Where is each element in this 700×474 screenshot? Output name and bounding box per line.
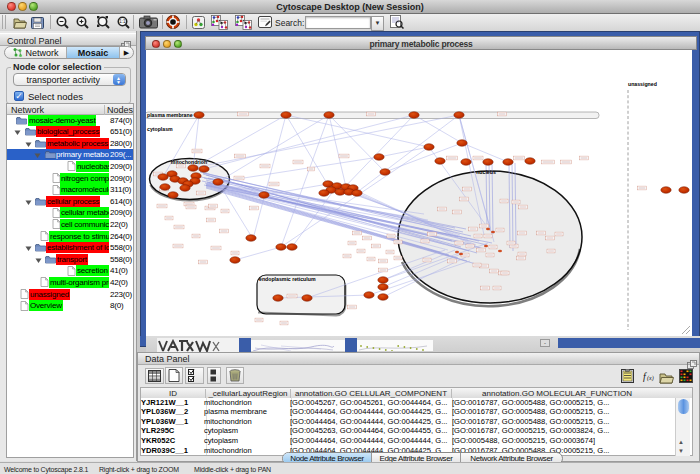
svg-text:plasma membrane: plasma membrane: [147, 112, 193, 118]
svg-text:mitochondrion: mitochondrion: [171, 159, 207, 165]
svg-text:endoplasmic reticulum: endoplasmic reticulum: [259, 276, 316, 282]
svg-text:(x): (x): [647, 375, 654, 382]
svg-text:unassigned: unassigned: [628, 81, 657, 87]
svg-text:1:1: 1:1: [119, 19, 126, 24]
svg-text:cytoplasm: cytoplasm: [147, 126, 173, 132]
svg-text:nucleus: nucleus: [476, 169, 496, 175]
